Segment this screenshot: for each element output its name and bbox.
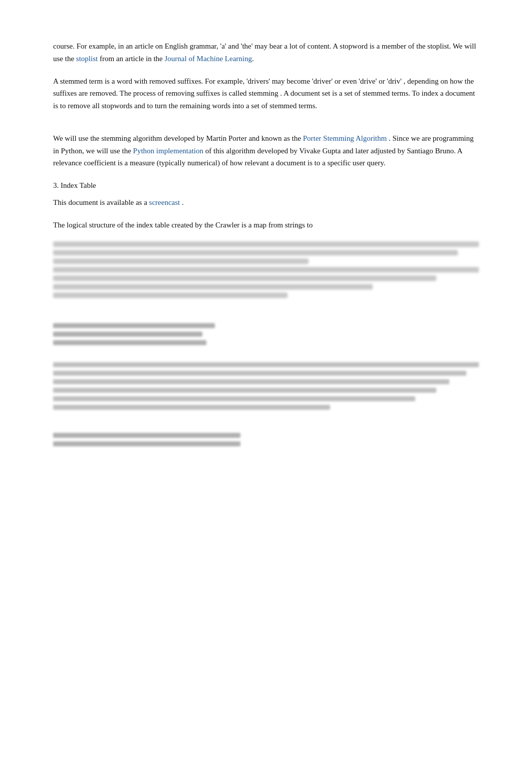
blurred-line — [53, 241, 479, 247]
blurred-line — [53, 293, 288, 298]
spacer-2 — [53, 306, 479, 316]
code-line — [53, 340, 206, 345]
paragraph-2-text: A stemmed term is a word with removed su… — [53, 75, 479, 112]
paragraph-1-text: course. For example, in an article on En… — [53, 40, 479, 65]
blurred-line — [53, 267, 479, 273]
blurred-line — [53, 276, 436, 281]
section-heading-3: 3. Index Table — [53, 179, 479, 191]
blurred-line — [53, 258, 309, 264]
code-line — [53, 332, 202, 337]
paragraph-3-text: We will use the stemming algorithm devel… — [53, 132, 479, 169]
blurred-line — [53, 396, 415, 401]
blurred-line — [53, 250, 458, 255]
paragraph-1: course. For example, in an article on En… — [53, 40, 479, 65]
journal-link[interactable]: Journal of Machine Learning — [164, 55, 252, 63]
paragraph-5: The logical structure of the index table… — [53, 219, 479, 231]
spacer-1 — [53, 122, 479, 132]
text-before-screencast: This document is available as a — [53, 198, 149, 206]
paragraph-3: We will use the stemming algorithm devel… — [53, 132, 479, 169]
section-heading-text: 3. Index Table — [53, 181, 96, 189]
code-line — [53, 323, 215, 328]
text-after-screencast: . — [180, 198, 184, 206]
paragraph-4-text: This document is available as a screenca… — [53, 196, 479, 209]
blurred-line — [53, 405, 330, 410]
paragraph-4: This document is available as a screenca… — [53, 196, 479, 209]
paragraph-5-text: The logical structure of the index table… — [53, 219, 479, 231]
spacer-4 — [53, 416, 479, 426]
blurred-code-block-2 — [53, 433, 479, 446]
text-before-porter: We will use the stemming algorithm devel… — [53, 134, 303, 142]
screencast-link[interactable]: screencast — [149, 198, 180, 206]
text-end-p1: . — [252, 55, 254, 63]
blurred-paragraph-1 — [53, 362, 479, 410]
blurred-line — [53, 284, 373, 290]
code-line — [53, 441, 240, 446]
paragraph-2: A stemmed term is a word with removed su… — [53, 75, 479, 112]
porter-stemming-link[interactable]: Porter Stemming Algorithm — [303, 134, 387, 142]
spacer-3 — [53, 352, 479, 362]
blurred-block-1 — [53, 241, 479, 298]
blurred-code-block-1 — [53, 323, 479, 345]
stoplist-link[interactable]: stoplist — [76, 55, 98, 63]
text-after-stoplist: from an article in the — [98, 55, 164, 63]
blurred-line — [53, 362, 479, 367]
blurred-line — [53, 371, 466, 376]
blurred-line — [53, 379, 449, 384]
python-implementation-link[interactable]: Python implementation — [133, 147, 203, 155]
code-line — [53, 433, 240, 438]
blurred-line — [53, 388, 436, 393]
page-content: course. For example, in an article on En… — [0, 0, 532, 493]
